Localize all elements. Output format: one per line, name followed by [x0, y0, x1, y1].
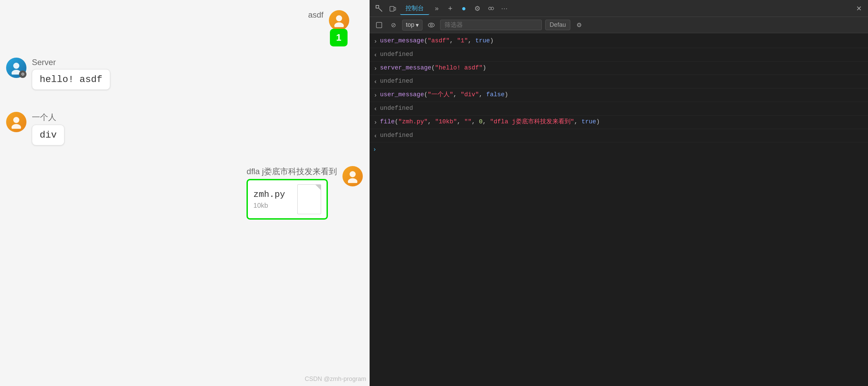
svg-point-0	[13, 63, 19, 69]
arg3-1: true	[475, 37, 490, 44]
file-size: 10kb	[253, 202, 293, 209]
console-line-1: › user_message("asdf", "1", true)	[370, 35, 868, 48]
console-caret: ›	[374, 146, 376, 153]
arg1-1: "asdf"	[428, 37, 450, 44]
file-arg1: "zmh.py"	[398, 118, 428, 125]
file-arg2: "10kb"	[435, 118, 457, 125]
console-text-1: user_message("asdf", "1", true)	[380, 36, 864, 46]
expand-arrow-2[interactable]: ›	[374, 64, 377, 74]
dock-icon[interactable]	[485, 2, 497, 15]
console-text-7a: file("zmh.py", "10kb", "", 0, "dfla j娄底市…	[380, 117, 600, 127]
paren-open-1: (	[424, 37, 428, 44]
console-toolbar: ⊘ top ▾ Defau ⚙	[370, 17, 868, 33]
gear-badge: ⚙	[19, 70, 26, 78]
ellipsis-icon[interactable]: ···	[498, 2, 511, 15]
close-button[interactable]: ✕	[853, 3, 865, 14]
add-tab-icon[interactable]: +	[444, 2, 456, 15]
svg-rect-13	[376, 22, 382, 28]
svg-point-15	[430, 24, 432, 26]
console-input-line: ›	[370, 142, 868, 156]
svg-point-6	[350, 171, 356, 177]
return-arrow-2: ‹	[374, 77, 377, 87]
svg-rect-8	[376, 5, 379, 8]
user-div-message-container: 一个人 div	[6, 112, 64, 145]
clear-console-icon[interactable]	[374, 20, 384, 31]
chat-panel: ⚙ Server hello! asdf 一个人 div asdf	[0, 0, 370, 386]
console-line-4: ‹ undefined	[370, 75, 868, 88]
fn-name-7: file	[380, 118, 395, 125]
svg-rect-9	[390, 6, 394, 11]
file-arg3: ""	[464, 118, 472, 125]
svg-point-4	[336, 15, 342, 21]
server-message-content: Server hello! asdf	[32, 58, 110, 90]
console-input[interactable]	[378, 146, 864, 153]
console-line-7: › file("zmh.py", "10kb", "", 0, "dfla j娄…	[370, 116, 868, 129]
server-bubble: hello! asdf	[32, 69, 110, 90]
file-name: zmh.py	[253, 189, 293, 200]
eye-icon[interactable]	[426, 20, 437, 31]
tab-console[interactable]: 控制台	[400, 2, 429, 15]
file-arg6: true	[581, 118, 596, 125]
file-sender-name: dfla j娄底市科技发来看到	[246, 166, 337, 177]
fn-name-3: server_message	[380, 64, 431, 71]
return-arrow-3: ‹	[374, 104, 377, 114]
undefined-text-3: undefined	[380, 103, 413, 113]
filter-input[interactable]	[440, 20, 542, 30]
dropdown-arrow-icon: ▾	[416, 21, 419, 29]
file-sender-avatar	[342, 166, 363, 186]
user-div-avatar	[6, 112, 26, 132]
file-thumbnail	[297, 184, 321, 214]
expand-arrow-1[interactable]: ›	[374, 37, 377, 46]
console-line-8: ‹ undefined	[370, 129, 868, 143]
asdf-message-container: asdf	[308, 10, 349, 31]
console-text-3: server_message("hello! asdf")	[380, 63, 864, 73]
console-line-5: › user_message("一个人", "div", false)	[370, 88, 868, 102]
file-arg5: "dfla j娄底市科技发来看到"	[490, 118, 574, 125]
svg-point-2	[13, 117, 19, 123]
settings-icon[interactable]: ⚙	[471, 2, 484, 15]
default-label: Defau	[545, 20, 570, 30]
user-div-bubble: div	[32, 125, 64, 145]
file-card[interactable]: zmh.py 10kb	[246, 179, 328, 220]
arg1-3: "hello! asdf"	[435, 64, 482, 71]
fn-name-5: user_message	[380, 91, 424, 98]
return-arrow-1: ‹	[374, 50, 377, 60]
more-tabs-icon[interactable]: »	[431, 2, 443, 15]
svg-point-7	[348, 178, 357, 183]
arg1-5: "一个人"	[428, 91, 453, 98]
server-message-container: ⚙ Server hello! asdf	[6, 58, 110, 90]
inspect-icon[interactable]	[373, 2, 385, 15]
expand-arrow-4[interactable]: ›	[374, 118, 377, 127]
console-line-6: ‹ undefined	[370, 102, 868, 116]
console-content[interactable]: › user_message("asdf", "1", true) ‹ unde…	[370, 33, 868, 386]
console-line-3: › server_message("hello! asdf")	[370, 62, 868, 75]
block-icon[interactable]: ⊘	[388, 20, 399, 31]
svg-point-14	[428, 23, 434, 27]
device-icon[interactable]	[387, 2, 399, 15]
undefined-text-1: undefined	[380, 49, 413, 59]
user-div-name: 一个人	[32, 112, 64, 123]
asdf-name: asdf	[308, 10, 323, 20]
svg-point-3	[12, 124, 21, 129]
arg2-5: "div"	[460, 91, 479, 98]
arg2-1: "1"	[457, 37, 468, 44]
svg-point-5	[334, 22, 344, 27]
server-avatar: ⚙	[6, 58, 26, 78]
context-dropdown[interactable]: top ▾	[402, 20, 422, 31]
console-text-5: user_message("一个人", "div", false)	[380, 90, 864, 100]
console-settings-icon[interactable]: ⚙	[574, 20, 585, 31]
console-line-2: ‹ undefined	[370, 48, 868, 62]
undefined-text-4: undefined	[380, 130, 413, 140]
watermark: CSDN @zmh-program	[305, 375, 366, 383]
undefined-text-2: undefined	[380, 76, 413, 86]
expand-arrow-3[interactable]: ›	[374, 90, 377, 100]
asdf-message-content: asdf	[308, 10, 323, 20]
file-arg4: 0	[479, 118, 483, 125]
svg-rect-10	[394, 7, 396, 10]
devtools-panel: 控制台 » + ● ⚙ ··· ✕ ⊘ top ▾	[370, 0, 868, 386]
fn-name-1: user_message	[380, 37, 424, 44]
file-message-container: dfla j娄底市科技发来看到 zmh.py 10kb	[246, 166, 363, 220]
server-name: Server	[32, 58, 110, 67]
devtools-toolbar: 控制台 » + ● ⚙ ··· ✕	[370, 0, 868, 17]
user-div-message-content: 一个人 div	[32, 112, 64, 145]
